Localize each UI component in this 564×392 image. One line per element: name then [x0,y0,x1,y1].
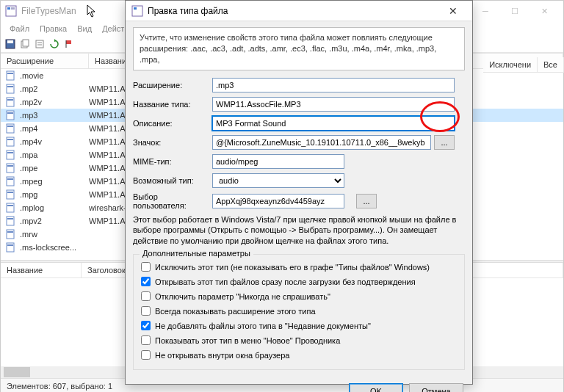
svg-rect-11 [66,40,71,44]
row-ext: .mpa [20,150,89,159]
checkbox-label-0: Исключить этот тип (не показывать его в … [155,263,430,272]
save-icon[interactable] [4,37,17,51]
menu-view[interactable]: Вид [73,23,96,35]
label-description: Описание: [133,119,212,128]
copy-icon[interactable] [18,37,32,51]
notice-box: Учтите, что изменение свойств этого типа… [133,27,465,70]
menu-edit[interactable]: Правка [35,23,71,35]
svg-rect-27 [7,164,14,173]
svg-rect-39 [7,243,14,252]
edit-type-dialog: Правка типа файла ✕ Учтите, что изменени… [125,0,473,385]
input-typename[interactable] [212,97,455,112]
row-ext: .mp4v [20,137,89,146]
maximize-button[interactable]: ☐ [500,1,529,21]
col-extension[interactable]: Расширение [1,54,89,68]
file-icon [5,189,17,200]
checkbox-5[interactable] [141,335,151,345]
svg-rect-7 [36,40,43,48]
select-perceived[interactable]: audio [212,173,344,188]
row-ext: .mpv2 [20,217,89,225]
svg-rect-31 [7,190,14,199]
svg-rect-16 [7,86,13,87]
input-extension[interactable] [212,78,455,92]
row-ext: .mplog [20,203,89,212]
svg-rect-40 [7,244,13,246]
right-header-cols: Исключени Все [483,57,564,73]
input-mime[interactable] [212,154,344,169]
checkbox-label-1: Открывать этот тип файлов сразу после за… [155,277,416,286]
userchoice-note: Этот выбор работает в Windows Vista/7 пр… [133,214,465,247]
svg-rect-28 [7,165,13,167]
label-extension: Расширение: [133,81,212,90]
file-icon [5,70,17,81]
row-ext: .mp3 [20,111,89,120]
svg-rect-19 [7,111,14,120]
app-title: FileTypesMan [21,6,76,16]
browse-icon-button[interactable]: ... [434,135,455,150]
input-icon[interactable] [212,135,431,150]
menu-file[interactable]: Файл [5,23,34,35]
refresh-icon[interactable] [48,37,61,51]
svg-rect-20 [7,112,13,114]
input-description[interactable] [212,116,455,131]
row-ext: .mrw [20,230,89,239]
additional-params-group: Дополнительные параметры Исключить этот … [133,254,465,370]
file-icon [5,176,17,186]
file-icon [5,229,17,239]
row-ext: .mp4 [20,124,89,133]
svg-rect-23 [7,137,14,146]
file-icon [5,137,17,147]
file-icon [5,203,17,213]
svg-rect-37 [7,230,14,239]
file-icon [5,216,17,226]
svg-rect-21 [7,124,14,133]
checkbox-3[interactable] [141,306,151,316]
file-icon [5,242,17,253]
svg-rect-22 [7,126,13,127]
group-legend: Дополнительные параметры [140,249,253,258]
close-button[interactable]: ✕ [529,1,559,21]
checkbox-1[interactable] [141,277,151,286]
svg-rect-18 [7,99,13,101]
svg-rect-35 [7,217,14,225]
svg-rect-33 [7,203,14,212]
checkbox-6[interactable] [141,350,151,360]
svg-rect-38 [7,231,13,233]
dialog-close-button[interactable]: ✕ [440,5,466,17]
label-mime: MIME-тип: [133,157,212,166]
row-desc: wireshark-c [89,203,130,212]
svg-rect-34 [7,205,13,206]
checkbox-4[interactable] [141,321,151,330]
checkbox-label-6: Не открывать внутри окна браузера [155,351,289,360]
flag-icon[interactable] [62,37,76,51]
svg-rect-30 [7,178,13,180]
file-icon [5,110,17,120]
col-all[interactable]: Все [538,57,564,72]
checkbox-2[interactable] [141,291,151,301]
cancel-button[interactable]: Отмена [409,383,463,392]
svg-rect-17 [7,98,14,106]
col-name[interactable]: Название [1,263,82,277]
input-userchoice[interactable] [212,194,344,208]
app-icon [5,5,17,17]
file-icon [5,163,17,173]
row-ext: .movie [20,71,89,80]
svg-rect-6 [23,40,29,46]
file-icon [5,84,17,94]
file-icon [5,123,17,134]
row-ext: .mpeg [20,177,89,186]
minimize-button[interactable]: ─ [471,1,500,21]
browse-userchoice-button[interactable]: ... [356,194,377,208]
props-icon[interactable] [33,37,46,51]
row-ext: .mpg [20,190,89,199]
svg-rect-15 [7,84,14,93]
checkbox-0[interactable] [141,262,151,272]
file-icon [5,150,17,160]
ok-button[interactable]: OK [349,383,403,392]
svg-rect-1 [7,7,10,10]
scroll-thumb[interactable] [4,367,30,377]
col-exclude[interactable]: Исключени [483,57,538,72]
row-ext: .mp2v [20,98,89,106]
checkbox-label-4: Не добавлять файлы этого типа в "Недавни… [155,322,371,330]
svg-rect-26 [7,152,13,153]
